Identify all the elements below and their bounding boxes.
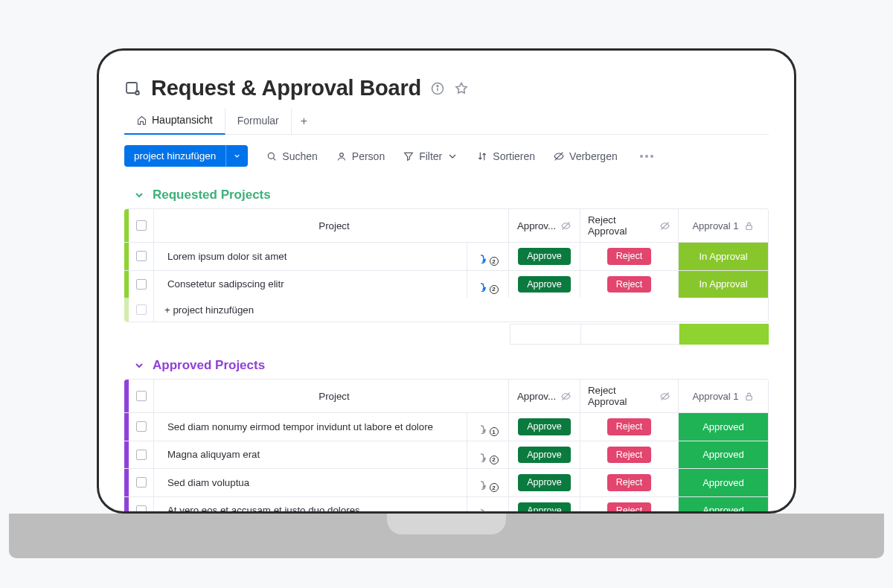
more-menu[interactable] xyxy=(636,155,658,158)
col-reject[interactable]: Reject Approval xyxy=(580,209,679,242)
approve-button[interactable]: Approve xyxy=(518,418,571,435)
chat-count: 1 xyxy=(490,427,499,436)
add-project-caret[interactable] xyxy=(225,145,248,167)
svg-point-4 xyxy=(437,85,438,86)
table-row: Magna aliquyam erat 2 Approve Reject App… xyxy=(124,441,768,470)
project-name-cell[interactable]: Lorem ipsum dolor sit amet xyxy=(154,243,467,270)
col-project[interactable]: Project xyxy=(154,380,509,412)
info-icon[interactable] xyxy=(430,81,445,96)
requested-table: Project Approv... Reject Approval Approv… xyxy=(124,208,769,322)
select-all-checkbox[interactable] xyxy=(136,220,147,231)
filter-label: Filter xyxy=(419,150,442,162)
status-cell[interactable]: Approved xyxy=(679,469,768,496)
search-tool[interactable]: Suchen xyxy=(266,150,317,162)
project-name-cell[interactable]: Sed diam voluptua xyxy=(154,469,467,496)
conversation-button[interactable]: 4 xyxy=(467,497,509,514)
approve-button[interactable]: Approve xyxy=(518,474,571,491)
sort-label: Sortieren xyxy=(493,150,535,162)
col-status[interactable]: Approval 1 xyxy=(679,209,768,242)
approve-button[interactable]: Approve xyxy=(518,276,571,293)
approve-cell: Approve xyxy=(509,497,580,514)
col-approve[interactable]: Approv... xyxy=(509,380,580,412)
board-title: Request & Approval Board xyxy=(151,76,421,100)
status-badge: Approved xyxy=(679,413,768,441)
tab-form-label: Formular xyxy=(237,115,279,127)
group-title[interactable]: Requested Projects xyxy=(153,188,271,202)
star-icon[interactable] xyxy=(454,81,469,96)
row-checkbox[interactable] xyxy=(136,421,147,432)
approve-cell: Approve xyxy=(509,271,580,298)
status-cell[interactable]: Approved xyxy=(679,413,768,441)
conversation-button[interactable]: 2 xyxy=(467,441,509,469)
row-checkbox[interactable] xyxy=(136,450,147,460)
reject-button[interactable]: Reject xyxy=(607,447,651,464)
sort-tool[interactable]: Sortieren xyxy=(476,150,535,162)
status-badge: Approved xyxy=(679,469,768,496)
table-header-row: Project Approv... Reject Approval Approv… xyxy=(124,380,768,413)
reject-button[interactable]: Reject xyxy=(607,276,651,293)
reject-button[interactable]: Reject xyxy=(607,474,651,491)
svg-rect-14 xyxy=(746,395,752,400)
col-reject[interactable]: Reject Approval xyxy=(580,380,679,412)
conversation-button[interactable]: 2 xyxy=(467,243,509,270)
approve-cell: Approve xyxy=(509,441,580,469)
add-view-button[interactable]: + xyxy=(292,110,316,132)
svg-rect-1 xyxy=(136,92,139,95)
select-all-checkbox[interactable] xyxy=(136,391,147,401)
approve-button[interactable]: Approve xyxy=(518,248,571,265)
reject-button[interactable]: Reject xyxy=(607,248,651,265)
person-filter-tool[interactable]: Person xyxy=(336,150,385,162)
status-badge: In Approval xyxy=(679,243,768,270)
row-checkbox[interactable] xyxy=(136,505,147,514)
project-name-cell[interactable]: At vero eos et accusam et justo duo dolo… xyxy=(154,497,467,514)
approved-table: Project Approv... Reject Approval Approv… xyxy=(124,379,769,514)
board-privacy-icon xyxy=(124,80,142,98)
group-title[interactable]: Approved Projects xyxy=(153,358,265,373)
status-cell[interactable]: In Approval xyxy=(679,271,768,298)
row-checkbox[interactable] xyxy=(136,251,147,261)
group-collapse-toggle[interactable] xyxy=(133,359,145,371)
tab-form[interactable]: Formular xyxy=(225,109,292,134)
reject-cell: Reject xyxy=(580,441,679,469)
approve-cell: Approve xyxy=(509,469,580,496)
chat-icon: 2 xyxy=(481,447,496,462)
toolbar: project hinzufügen Suchen Person Filter xyxy=(124,135,769,180)
status-cell[interactable]: Approved xyxy=(679,497,768,514)
status-badge: Approved xyxy=(679,441,768,469)
filter-tool[interactable]: Filter xyxy=(403,150,458,162)
chat-count: 2 xyxy=(490,285,499,294)
tab-main-label: Hauptansicht xyxy=(152,114,213,126)
group-collapse-toggle[interactable] xyxy=(133,189,145,201)
row-checkbox[interactable] xyxy=(136,477,147,488)
project-name-cell[interactable]: Sed diam nonumy eirmod tempor invidunt u… xyxy=(154,413,467,441)
reject-button[interactable]: Reject xyxy=(607,502,651,514)
hidden-icon xyxy=(659,391,670,402)
approve-button[interactable]: Approve xyxy=(518,502,571,514)
row-checkbox[interactable] xyxy=(136,279,147,290)
project-name-cell[interactable]: Magna aliquyam erat xyxy=(154,441,467,469)
status-cell[interactable]: In Approval xyxy=(679,243,768,270)
chevron-down-icon xyxy=(446,150,458,162)
conversation-button[interactable]: 2 xyxy=(467,271,509,298)
conversation-button[interactable]: 1 xyxy=(467,413,509,441)
tab-main-view[interactable]: Hauptansicht xyxy=(124,108,225,135)
approve-button[interactable]: Approve xyxy=(518,447,571,464)
summary-reject xyxy=(581,324,679,345)
col-project[interactable]: Project xyxy=(154,209,509,242)
reject-button[interactable]: Reject xyxy=(607,418,651,435)
conversation-button[interactable]: 2 xyxy=(467,469,509,496)
col-approve[interactable]: Approv... xyxy=(509,209,580,242)
add-project-row[interactable]: + project hinzufügen xyxy=(124,298,768,322)
table-row: Lorem ipsum dolor sit amet 2 Approve Rej… xyxy=(124,243,768,271)
svg-point-5 xyxy=(269,153,275,159)
add-project-button[interactable]: project hinzufügen xyxy=(124,145,248,167)
project-name-cell[interactable]: Consetetur sadipscing elitr xyxy=(154,271,467,298)
reject-cell: Reject xyxy=(580,271,679,298)
summary-approve xyxy=(510,324,581,345)
status-cell[interactable]: Approved xyxy=(679,441,768,469)
chat-count: 2 xyxy=(490,456,499,464)
table-header-row: Project Approv... Reject Approval Approv… xyxy=(124,209,768,243)
hide-tool[interactable]: Verbergen xyxy=(553,150,618,162)
chat-icon: 4 xyxy=(481,503,496,514)
col-status[interactable]: Approval 1 xyxy=(679,380,768,412)
